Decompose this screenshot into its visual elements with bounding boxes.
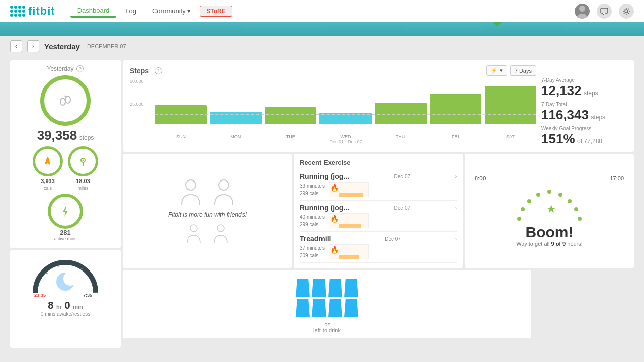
nav-community[interactable]: Community ▾	[145, 5, 198, 17]
right-panel: Steps ? ⚡ ▾ 7 Days 50,00	[123, 60, 634, 348]
boom-time-row: 8:00 17:00	[470, 175, 629, 182]
exercise-item-2: Running (jog... Dec 07 › 40 minutes 299 …	[300, 201, 457, 232]
help-icon[interactable]: ?	[76, 65, 84, 72]
svg-point-1	[579, 6, 585, 12]
active-circle	[48, 194, 83, 229]
svg-point-25	[536, 193, 540, 197]
prev-date-button[interactable]: ‹	[10, 40, 22, 52]
boom-hours: 9 of 9	[551, 241, 566, 247]
nav-log[interactable]: Log	[118, 5, 143, 17]
avatar-icon[interactable]	[575, 4, 590, 19]
ex-date-2: Dec 07	[394, 205, 410, 211]
person1-icon	[181, 177, 206, 207]
ex-date-1: Dec 07	[394, 174, 410, 179]
ex-chart-3: 🔥	[329, 244, 369, 259]
active-value: 281	[60, 229, 71, 236]
boom-end: 17:00	[610, 175, 624, 182]
steps-filter-btn[interactable]: ⚡ ▾	[486, 65, 507, 76]
person2-icon	[209, 177, 234, 207]
svg-point-19	[219, 180, 229, 190]
svg-text:7:35: 7:35	[83, 293, 92, 298]
mini-bar-2	[339, 224, 361, 228]
top-nav: fitbit Dashboard Log Community ▾ SToRE	[0, 0, 644, 22]
ex-mins-1: 39 minutes	[300, 182, 325, 190]
flame-icon-1: 🔥	[330, 184, 339, 192]
friends-text: Fitbit is more fun with friends!	[168, 211, 247, 218]
x-wed: WED	[319, 134, 371, 139]
avg-stat: 7-Day Average 12,132 steps	[541, 77, 627, 99]
svg-point-4	[625, 10, 628, 13]
x-sun: SUN	[155, 134, 207, 139]
cup-3	[328, 279, 342, 297]
date-label: Yesterday	[44, 42, 80, 51]
cup-7	[328, 299, 342, 317]
friends-icons-top	[181, 177, 234, 207]
avg-unit: steps	[584, 89, 598, 97]
cup-4	[344, 279, 358, 297]
calories-circle-wrap: 3,933 cals	[33, 146, 63, 191]
messages-icon[interactable]	[597, 4, 612, 19]
x-mon: MON	[210, 134, 262, 139]
x-thu: THU	[375, 134, 427, 139]
boom-card: 8:00 17:00	[465, 154, 634, 268]
ex-name-3: Treadmill	[300, 235, 331, 243]
ex-date-3: Dec 07	[385, 236, 401, 242]
sleep-mins: 0	[65, 300, 70, 311]
calories-value: 3,933	[41, 178, 55, 184]
chart-header: Steps ? ⚡ ▾ 7 Days	[130, 65, 536, 76]
steps-chart-card: Steps ? ⚡ ▾ 7 Days 50,00	[123, 60, 634, 152]
steps-help-icon[interactable]: ?	[155, 67, 162, 74]
miles-unit: miles	[77, 186, 88, 191]
exercise-item-3: Treadmill Dec 07 › 37 minutes 309 cals 🔥	[300, 232, 457, 263]
nav-right	[575, 4, 634, 19]
total-unit: steps	[591, 114, 605, 121]
logo-dots	[10, 6, 25, 17]
svg-text:✦: ✦	[45, 272, 49, 276]
logo: fitbit	[10, 5, 55, 18]
settings-icon[interactable]	[619, 4, 634, 19]
water-row: oz left to drink	[123, 270, 634, 338]
nav-links: Dashboard Log Community ▾ SToRE	[70, 5, 232, 18]
svg-point-28	[568, 199, 572, 203]
bar-fri	[430, 79, 481, 124]
flame-icon	[42, 156, 53, 167]
total-value: 116,343	[541, 107, 589, 122]
date-sub: DECEMBER 07	[87, 43, 126, 49]
ex-chart-2: 🔥	[329, 213, 369, 228]
mini-bar-1	[339, 193, 363, 197]
footsteps-icon	[56, 92, 74, 110]
date-bar: ‹ › Yesterday DECEMBER 07	[0, 36, 644, 56]
logo-text: fitbit	[28, 5, 55, 18]
sleep-gauge: ✦ ✦ ✦ 23:35 7:35	[30, 257, 101, 298]
goal-value: 151%	[541, 131, 575, 146]
x-fri: FRI	[430, 134, 481, 139]
sleep-card: ✦ ✦ ✦ 23:35 7:35 8 hr 0 min 0 mins awake…	[10, 250, 121, 348]
svg-point-22	[517, 217, 521, 221]
boom-start: 8:00	[475, 175, 486, 182]
bar-tue	[265, 79, 316, 124]
ex-arrow-3[interactable]: ›	[455, 236, 457, 242]
ex-arrow-1[interactable]: ›	[455, 174, 457, 179]
ex-cals-2: 299 cals	[300, 221, 325, 228]
y-label-50k: 50,000	[130, 79, 144, 84]
bar-thu	[375, 79, 427, 124]
bar-wed	[319, 79, 371, 124]
ex-name-1: Running (jog...	[300, 172, 349, 180]
svg-point-18	[186, 180, 196, 190]
svg-point-6	[65, 96, 70, 103]
period-btn[interactable]: 7 Days	[510, 65, 536, 76]
next-date-button[interactable]: ›	[27, 40, 39, 52]
svg-point-27	[558, 193, 562, 197]
ex-arrow-2[interactable]: ›	[455, 205, 457, 211]
stats-area: 7-Day Average 12,132 steps 7-Day Total 1…	[541, 65, 627, 147]
water-card: oz left to drink	[123, 270, 531, 338]
person3-icon	[187, 222, 206, 245]
small-circles: 3,933 cals 18.03 miles	[15, 146, 116, 191]
store-button[interactable]: SToRE	[200, 6, 232, 17]
svg-point-26	[547, 190, 551, 194]
chart-area: Steps ? ⚡ ▾ 7 Days 50,00	[130, 65, 536, 147]
boom-title: Boom!	[526, 224, 574, 241]
steps-circle	[40, 75, 91, 126]
nav-dashboard[interactable]: Dashboard	[70, 5, 117, 18]
cup-6	[312, 299, 326, 317]
